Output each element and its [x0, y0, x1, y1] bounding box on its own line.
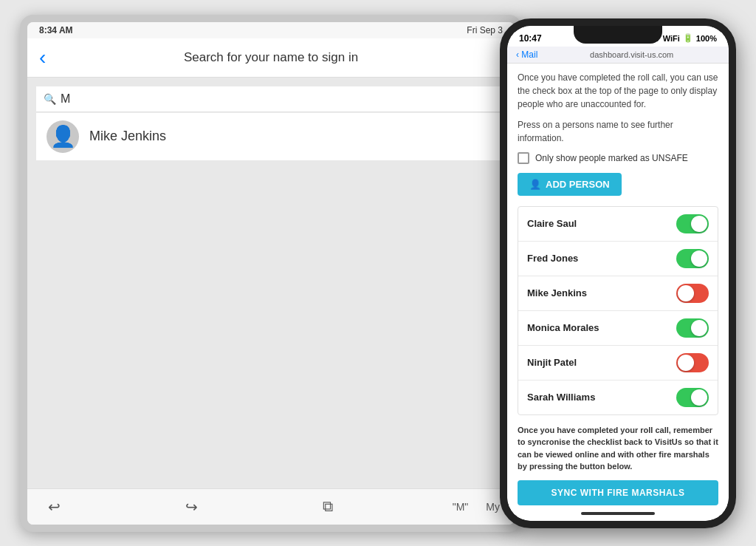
- person-toggle[interactable]: [676, 353, 709, 372]
- person-toggle[interactable]: [676, 249, 709, 268]
- home-indicator: [581, 512, 655, 515]
- phone: 10:47 ▲ ▲ ▲ WiFi 🔋 100% ‹ Mail dashboard…: [500, 18, 736, 528]
- search-icon: 🔍: [44, 93, 56, 105]
- toggle-knob: [691, 216, 707, 232]
- phone-time: 10:47: [519, 33, 542, 44]
- keyboard-suggestions: "M" My: [453, 501, 500, 513]
- intro-text-2: Press on a persons name to see further i…: [518, 118, 718, 145]
- tablet-header: ‹ Search for your name to sign in: [27, 38, 515, 78]
- page-title: Search for your name to sign in: [184, 50, 358, 65]
- person-toggle[interactable]: [676, 214, 709, 233]
- footer-text: Once you have completed your roll call, …: [518, 424, 718, 473]
- list-item[interactable]: Sarah Williams: [518, 381, 718, 414]
- search-input[interactable]: [61, 92, 498, 106]
- person-name: Mike Jenkins: [527, 287, 587, 298]
- tablet-time: 8:34 AM: [39, 25, 73, 35]
- avatar: 👤: [47, 120, 79, 153]
- list-item[interactable]: Fred Jones: [518, 242, 718, 276]
- person-toggle[interactable]: [676, 318, 709, 338]
- person-list: Claire SaulFred JonesMike JenkinsMonica …: [518, 206, 718, 415]
- phone-screen: 10:47 ▲ ▲ ▲ WiFi 🔋 100% ‹ Mail dashboard…: [507, 26, 729, 521]
- phone-content: Once you have completed the roll call, y…: [507, 64, 729, 506]
- forward-nav-button[interactable]: ↪: [179, 495, 204, 519]
- mail-back-button[interactable]: ‹ Mail: [516, 50, 537, 60]
- wifi-icon: WiFi: [663, 34, 680, 43]
- person-name: Sarah Williams: [527, 392, 595, 403]
- url-bar[interactable]: dashboard.visit-us.com: [543, 50, 720, 59]
- tablet: 8:34 AM Fri Sep 3 ‹ Search for your name…: [20, 15, 522, 532]
- back-button[interactable]: ‹: [39, 46, 46, 69]
- person-name: Fred Jones: [527, 253, 578, 264]
- unsafe-label: Only show people marked as UNSAFE: [535, 153, 688, 163]
- person-name: Mike Jenkins: [89, 129, 166, 144]
- tablet-bottom-bar: ↩ ↪ ⧉ "M" My: [27, 488, 515, 525]
- suggestion-2[interactable]: My: [486, 501, 500, 513]
- back-nav-button[interactable]: ↩: [42, 495, 66, 519]
- list-item[interactable]: Ninjit Patel: [518, 346, 718, 381]
- copy-button[interactable]: ⧉: [317, 495, 339, 518]
- suggestion-1[interactable]: "M": [453, 501, 469, 513]
- person-row[interactable]: 👤 Mike Jenkins: [36, 112, 506, 160]
- person-toggle[interactable]: [676, 284, 709, 303]
- person-icon: 👤: [50, 126, 76, 147]
- phone-browser-bar: ‹ Mail dashboard.visit-us.com: [507, 47, 729, 64]
- tablet-content: 🔍 👤 Mike Jenkins: [27, 78, 515, 488]
- toggle-knob: [691, 250, 707, 267]
- person-name: Ninjit Patel: [527, 357, 577, 368]
- unsafe-checkbox-row: Only show people marked as UNSAFE: [518, 152, 718, 164]
- person-name: Claire Saul: [527, 218, 577, 229]
- person-toggle[interactable]: [676, 388, 709, 407]
- add-person-button[interactable]: 👤 ADD PERSON: [518, 173, 622, 196]
- tablet-status-bar: 8:34 AM Fri Sep 3: [27, 22, 515, 38]
- toggle-knob: [691, 320, 707, 336]
- phone-home-bar: [507, 506, 729, 521]
- phone-notch: [574, 26, 662, 44]
- add-person-label: ADD PERSON: [546, 179, 610, 190]
- search-bar: 🔍: [36, 86, 506, 112]
- toggle-knob: [678, 355, 694, 371]
- list-item[interactable]: Claire Saul: [518, 207, 718, 242]
- list-item[interactable]: Mike Jenkins: [518, 276, 718, 311]
- list-item[interactable]: Monica Morales: [518, 311, 718, 346]
- toggle-knob: [691, 389, 707, 406]
- battery-icon: 🔋: [683, 33, 693, 43]
- intro-text-1: Once you have completed the roll call, y…: [518, 71, 718, 111]
- person-name: Monica Morales: [527, 322, 599, 333]
- sync-button[interactable]: SYNC WITH FIRE MARSHALS: [518, 480, 718, 505]
- unsafe-checkbox[interactable]: [518, 152, 529, 164]
- battery-level: 100%: [696, 34, 717, 43]
- tablet-date: Fri Sep 3: [467, 25, 503, 35]
- add-person-icon: 👤: [529, 179, 541, 190]
- toggle-knob: [678, 285, 694, 301]
